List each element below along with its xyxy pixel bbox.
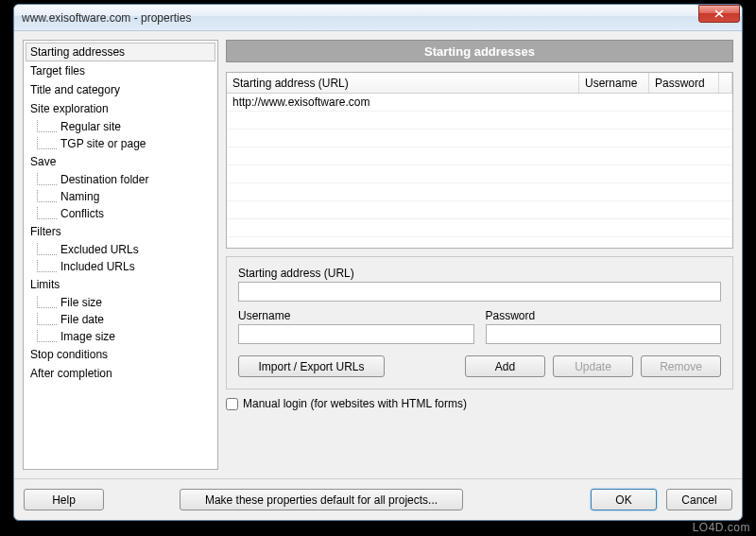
ok-button[interactable]: OK <box>591 489 657 510</box>
password-input[interactable] <box>486 324 722 344</box>
password-label: Password <box>486 309 722 322</box>
tree-item-destination-folder[interactable]: Destination folder <box>26 171 215 188</box>
close-icon <box>714 9 724 18</box>
sidebar-tree[interactable]: Starting addresses Target files Title an… <box>23 40 218 470</box>
manual-login-checkbox[interactable] <box>226 398 238 410</box>
addresses-table[interactable]: Starting address (URL) Username Password… <box>226 72 733 249</box>
titlebar[interactable]: www.exisoftware.com - properties <box>14 5 742 31</box>
help-button[interactable]: Help <box>24 489 104 510</box>
manual-login-label: Manual login (for websites with HTML for… <box>243 397 467 410</box>
table-row[interactable] <box>227 130 732 147</box>
col-username[interactable]: Username <box>579 73 649 93</box>
tree-item-save[interactable]: Save <box>26 152 215 171</box>
table-row[interactable]: http://www.exisoftware.com <box>227 94 732 112</box>
username-label: Username <box>238 309 474 322</box>
tree-item-included-urls[interactable]: Included URLs <box>26 258 215 275</box>
col-url[interactable]: Starting address (URL) <box>227 73 579 93</box>
tree-item-file-date[interactable]: File date <box>26 311 215 328</box>
table-row[interactable] <box>227 219 732 237</box>
window-title: www.exisoftware.com - properties <box>22 11 698 25</box>
add-button[interactable]: Add <box>465 355 545 377</box>
tree-item-excluded-urls[interactable]: Excluded URLs <box>26 241 215 258</box>
make-default-button[interactable]: Make these properties default for all pr… <box>180 489 463 510</box>
cell-url: http://www.exisoftware.com <box>227 95 593 109</box>
tree-item-limits[interactable]: Limits <box>26 275 215 294</box>
tree-item-conflicts[interactable]: Conflicts <box>26 205 215 222</box>
table-row[interactable] <box>227 165 732 183</box>
footer: Help Make these properties default for a… <box>14 478 742 520</box>
tree-item-filters[interactable]: Filters <box>26 222 215 241</box>
tree-item-regular-site[interactable]: Regular site <box>26 118 215 135</box>
table-row[interactable] <box>227 201 732 219</box>
tree-item-title-category[interactable]: Title and category <box>26 80 215 99</box>
manual-login-row: Manual login (for websites with HTML for… <box>226 397 733 410</box>
panel-header: Starting addresses <box>226 40 733 62</box>
content-area: Starting addresses Target files Title an… <box>14 31 742 478</box>
tree-item-starting-addresses[interactable]: Starting addresses <box>26 43 215 61</box>
main-panel: Starting addresses Starting address (URL… <box>226 40 733 470</box>
table-row[interactable] <box>227 183 732 201</box>
table-row[interactable] <box>227 112 732 130</box>
table-header: Starting address (URL) Username Password <box>227 73 732 94</box>
col-password[interactable]: Password <box>649 73 719 93</box>
address-form: Starting address (URL) Username Password… <box>226 256 733 389</box>
url-label: Starting address (URL) <box>238 267 721 280</box>
import-export-button[interactable]: Import / Export URLs <box>238 355 385 377</box>
url-input[interactable] <box>238 282 721 302</box>
table-body: http://www.exisoftware.com <box>227 94 732 237</box>
tree-item-tgp-site[interactable]: TGP site or page <box>26 135 215 152</box>
tree-item-file-size[interactable]: File size <box>26 294 215 311</box>
properties-window: www.exisoftware.com - properties Startin… <box>13 4 743 521</box>
remove-button[interactable]: Remove <box>641 355 721 377</box>
update-button[interactable]: Update <box>553 355 633 377</box>
tree-item-image-size[interactable]: Image size <box>26 328 215 345</box>
watermark: LO4D.com <box>693 521 750 534</box>
tree-item-after-completion[interactable]: After completion <box>26 364 215 383</box>
tree-item-stop-conditions[interactable]: Stop conditions <box>26 345 215 364</box>
username-input[interactable] <box>238 324 474 344</box>
tree-item-naming[interactable]: Naming <box>26 188 215 205</box>
cancel-button[interactable]: Cancel <box>666 489 732 510</box>
col-spacer <box>719 73 732 93</box>
table-row[interactable] <box>227 147 732 165</box>
tree-item-site-exploration[interactable]: Site exploration <box>26 99 215 118</box>
close-button[interactable] <box>698 5 740 23</box>
tree-item-target-files[interactable]: Target files <box>26 61 215 80</box>
